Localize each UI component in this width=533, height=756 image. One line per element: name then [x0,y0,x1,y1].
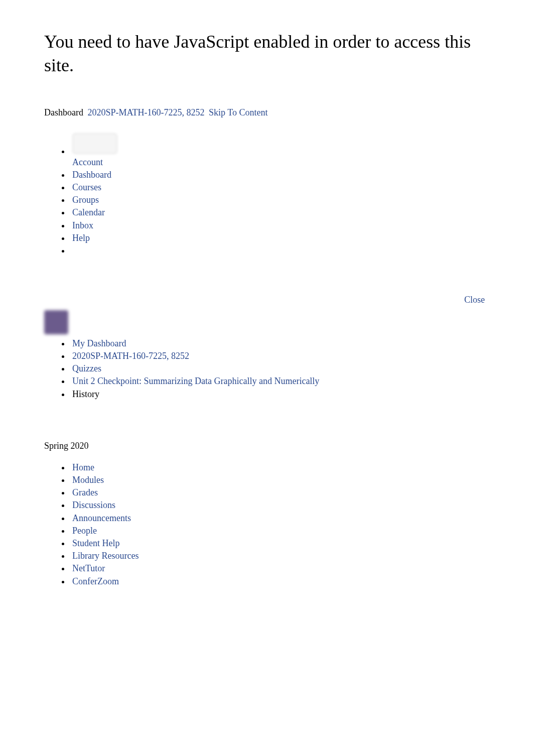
breadcrumb-course-link[interactable]: 2020SP-MATH-160-7225, 8252 [87,107,204,117]
term-label: Spring 2020 [44,441,489,451]
coursenav-modules[interactable]: Modules [72,475,104,485]
coursenav-conferzoom[interactable]: ConferZoom [72,576,119,586]
nav-account-item[interactable]: Account [70,133,489,169]
coursenav-discussions[interactable]: Discussions [72,500,115,510]
nav-account-label: Account [72,156,103,169]
crumb-my-dashboard[interactable]: My Dashboard [72,338,126,348]
close-button[interactable]: Close [464,295,485,305]
nav-empty-item [70,244,489,255]
breadcrumb-list: My Dashboard 2020SP-MATH-160-7225, 8252 … [44,337,489,401]
coursenav-grades[interactable]: Grades [72,487,98,497]
nav-inbox[interactable]: Inbox [72,220,93,230]
breadcrumb-dashboard: Dashboard [44,107,83,117]
skip-to-content-link[interactable]: Skip To Content [209,107,268,117]
avatar-icon[interactable] [72,133,117,154]
nav-courses[interactable]: Courses [72,182,101,192]
coursenav-announcements[interactable]: Announcements [72,513,131,523]
coursenav-home[interactable]: Home [72,462,94,472]
page-heading: You need to have JavaScript enabled in o… [44,30,489,77]
coursenav-nettutor[interactable]: NetTutor [72,563,105,573]
breadcrumb-bar: Dashboard 2020SP-MATH-160-7225, 8252 Ski… [44,107,489,118]
crumb-course[interactable]: 2020SP-MATH-160-7225, 8252 [72,351,189,361]
coursenav-library-resources[interactable]: Library Resources [72,551,139,561]
course-nav-list: Home Modules Grades Discussions Announce… [44,461,489,588]
global-nav-list: Account Dashboard Courses Groups Calenda… [44,133,489,255]
nav-calendar[interactable]: Calendar [72,207,105,217]
crumb-history: History [72,389,99,399]
coursenav-people[interactable]: People [72,526,97,536]
coursenav-student-help[interactable]: Student Help [72,538,120,548]
nav-help[interactable]: Help [72,233,90,243]
nav-groups[interactable]: Groups [72,195,99,205]
crumb-quizzes[interactable]: Quizzes [72,363,101,373]
crumb-quiz-title[interactable]: Unit 2 Checkpoint: Summarizing Data Grap… [72,376,319,386]
institution-logo[interactable] [44,310,68,334]
nav-dashboard[interactable]: Dashboard [72,170,111,180]
